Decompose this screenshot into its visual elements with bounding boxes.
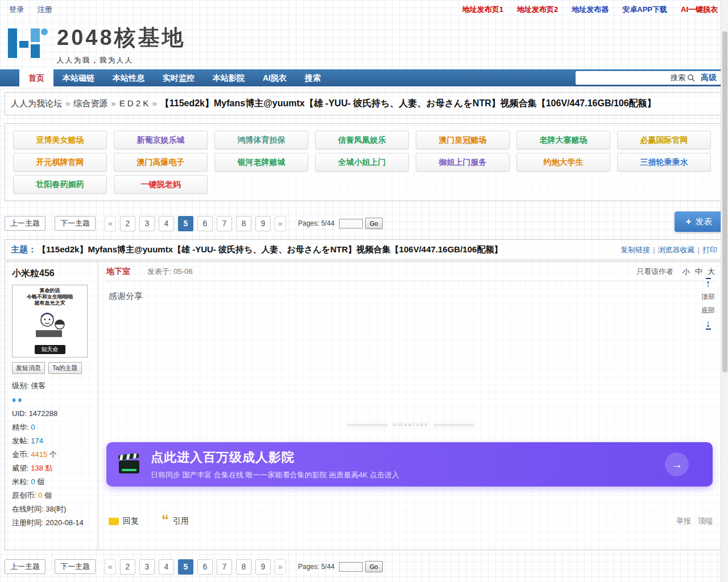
thread-action-link[interactable]: 复制链接: [621, 245, 650, 255]
thread-action-link[interactable]: 浏览器收藏: [658, 245, 695, 255]
user-action-button[interactable]: Ta的主题: [48, 362, 82, 374]
breadcrumb-link[interactable]: 综合资源: [73, 98, 107, 108]
next-topic-button[interactable]: 下一主题: [55, 559, 96, 574]
ad-link[interactable]: 必赢国际官网: [617, 131, 711, 149]
ad-link[interactable]: 澳门皇冠赌场: [416, 131, 510, 149]
page-button[interactable]: 8: [236, 216, 251, 231]
avatar[interactable]: 算命的说今晚不和女生啪啪啪就有血光之灾 知天命: [12, 285, 88, 357]
ad-link[interactable]: 信誉凤凰娱乐: [315, 131, 409, 149]
advanced-search-link[interactable]: 高级: [701, 73, 717, 83]
reply-button[interactable]: 回复: [109, 516, 139, 526]
page-button[interactable]: «: [105, 216, 116, 231]
page-button[interactable]: 4: [159, 216, 174, 231]
ad-link[interactable]: 老牌大寨赌场: [516, 131, 610, 149]
window-scrollbar[interactable]: [721, 0, 728, 582]
ad-link[interactable]: 亚博美女赌场: [13, 131, 107, 149]
go-button[interactable]: Go: [365, 218, 383, 229]
stat-label: UID:: [12, 409, 29, 418]
scroll-top-label[interactable]: 顶部: [701, 292, 715, 302]
ad-link[interactable]: 鸿博体育担保: [214, 131, 308, 149]
breadcrumb-link[interactable]: E D 2 K: [119, 98, 149, 108]
page-button[interactable]: 3: [139, 559, 155, 575]
page-button[interactable]: 9: [255, 559, 271, 575]
user-action-button[interactable]: 发短消息: [12, 362, 45, 374]
page-button[interactable]: 6: [197, 216, 213, 231]
site-logo-text[interactable]: 2048核基地: [57, 23, 186, 52]
ad-link[interactable]: 三措轮乘乘水: [617, 153, 711, 172]
site-logo-icon[interactable]: [7, 26, 49, 63]
site-header: 2048核基地 人人为我，我为人人: [0, 19, 728, 69]
ad-link[interactable]: 一键脱老妈: [114, 175, 208, 194]
register-link[interactable]: 注册: [38, 5, 52, 14]
login-link[interactable]: 登录: [9, 5, 24, 14]
page-button[interactable]: 6: [197, 559, 213, 575]
scroll-to-bottom-icon[interactable]: ↓: [706, 319, 711, 330]
goto-top-link[interactable]: 顶端: [698, 516, 713, 526]
page-jump-input[interactable]: [339, 219, 363, 228]
scrollbar-thumb[interactable]: [722, 31, 727, 372]
thread-action-link[interactable]: 打印: [702, 245, 717, 255]
nav-tab[interactable]: 本站性息: [104, 69, 154, 86]
page-button[interactable]: »: [275, 559, 286, 575]
post-header: 地下室 发表于: 05-06 只看该作者 小中大: [106, 267, 715, 281]
nav-search-box: 搜索 高级: [576, 71, 721, 85]
page-button[interactable]: 9: [255, 216, 271, 231]
ad-link[interactable]: 全城小姐上门: [315, 153, 409, 172]
nav-tab[interactable]: 实时监控: [154, 69, 204, 86]
banner-arrow-icon[interactable]: →: [665, 452, 689, 476]
search-input[interactable]: [580, 74, 671, 82]
banner-texts: 点此进入百万级成人影院 日韩同步 国产丰富 合集在线 唯一一家能看合集的影院 画…: [151, 449, 399, 480]
reply-label: 回复: [123, 516, 139, 526]
page-button[interactable]: 4: [159, 559, 174, 575]
topbar-link[interactable]: AI一键脱衣: [681, 5, 718, 14]
nav-tab[interactable]: AI脱衣: [254, 69, 296, 86]
page-button[interactable]: 8: [236, 559, 251, 575]
page-button[interactable]: 3: [139, 216, 155, 231]
ad-banner[interactable]: 点此进入百万级成人影院 日韩同步 国产丰富 合集在线 唯一一家能看合集的影院 画…: [106, 442, 713, 487]
nav-tab[interactable]: 本站磁链: [53, 69, 104, 86]
author-username[interactable]: 小米粒456: [12, 268, 91, 280]
breadcrumb-link[interactable]: 人人为我论坛: [11, 98, 62, 108]
topbar: 登录 注册 地址发布页1地址发布页2地址发布器安卓APP下载AI一键脱衣: [0, 0, 728, 19]
nav-tab[interactable]: 首页: [19, 69, 53, 86]
font-size-option[interactable]: 大: [708, 267, 715, 277]
page-button[interactable]: 5: [178, 559, 193, 575]
new-post-button[interactable]: + 发表: [675, 211, 723, 232]
page-button[interactable]: 2: [120, 216, 135, 231]
ad-link[interactable]: 约炮大学生: [516, 153, 610, 172]
scroll-to-top-icon[interactable]: ↑: [706, 278, 711, 288]
ad-link[interactable]: 新葡京娱乐城: [114, 131, 208, 149]
page-button[interactable]: 7: [217, 216, 232, 231]
nav-tab[interactable]: 搜索: [296, 69, 330, 86]
page-button[interactable]: 5: [178, 216, 193, 231]
stat-value: 0: [31, 423, 35, 431]
ad-link[interactable]: 澳门高爆电子: [114, 153, 208, 172]
topbar-link[interactable]: 地址发布器: [572, 5, 609, 14]
report-link[interactable]: 举报: [676, 516, 691, 526]
quote-button[interactable]: “ 引用: [162, 516, 189, 526]
ad-link[interactable]: 银河老牌赌城: [214, 153, 308, 172]
go-button[interactable]: Go: [365, 561, 383, 572]
topbar-link[interactable]: 安卓APP下载: [622, 5, 667, 14]
nav-tab[interactable]: 本站影院: [204, 69, 254, 86]
page-button[interactable]: 7: [217, 559, 232, 575]
next-topic-button[interactable]: 下一主题: [55, 216, 96, 231]
topbar-link[interactable]: 地址发布页2: [517, 5, 558, 14]
clapperboard-icon: [118, 454, 140, 475]
font-size-option[interactable]: 中: [695, 267, 702, 277]
prev-topic-button[interactable]: 上一主题: [5, 216, 46, 231]
only-author-link[interactable]: 只看该作者: [636, 267, 673, 277]
page-jump-input[interactable]: [339, 562, 363, 572]
ad-link[interactable]: 开元棋牌官网: [13, 153, 107, 172]
page-button[interactable]: 2: [120, 559, 135, 575]
search-submit[interactable]: 搜索: [671, 73, 695, 83]
ad-link[interactable]: 御姐上门服务: [416, 153, 510, 172]
page-button[interactable]: «: [105, 559, 116, 575]
scroll-bottom-label[interactable]: 底部: [701, 306, 715, 315]
font-size-option[interactable]: 小: [682, 267, 690, 277]
ad-link[interactable]: 壮阳春药媚药: [13, 175, 107, 194]
floor-label[interactable]: 地下室: [106, 267, 130, 277]
page-button[interactable]: »: [275, 216, 286, 231]
topbar-link[interactable]: 地址发布页1: [462, 5, 503, 14]
prev-topic-button[interactable]: 上一主题: [5, 559, 46, 574]
